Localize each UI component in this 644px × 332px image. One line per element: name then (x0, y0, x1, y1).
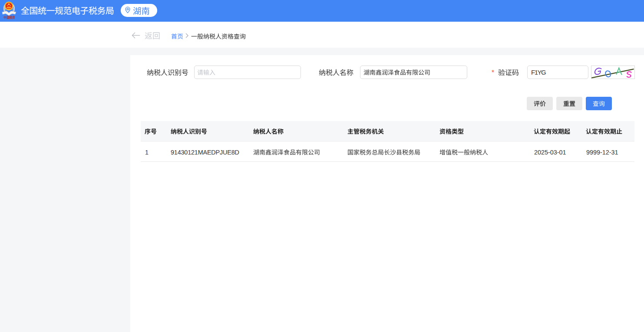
svg-text:91430121MAEDPJUE8D: 91430121MAEDPJUE8D (171, 149, 239, 156)
svg-text:9999-12-31: 9999-12-31 (586, 149, 618, 156)
svg-text:*: * (492, 69, 494, 76)
svg-text:F1YG: F1YG (531, 69, 546, 76)
svg-text:1: 1 (145, 149, 149, 156)
svg-text:2025-03-01: 2025-03-01 (534, 149, 566, 156)
